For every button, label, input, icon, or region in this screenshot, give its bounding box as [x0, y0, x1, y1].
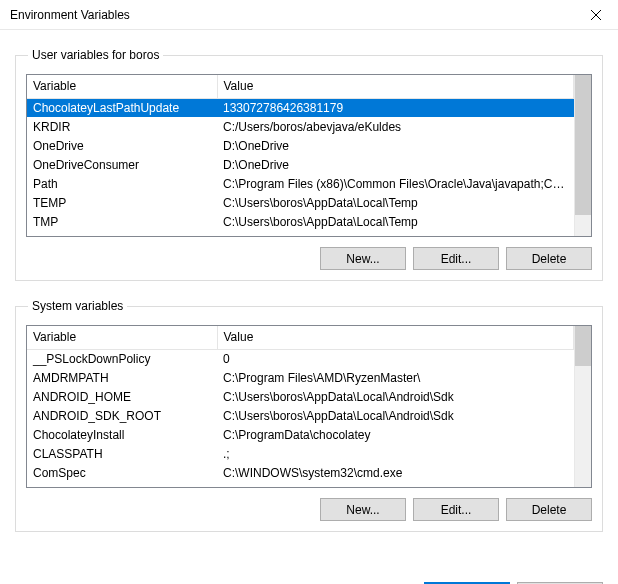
user-variables-legend: User variables for boros [28, 48, 163, 62]
system-col-value[interactable]: Value [217, 326, 574, 349]
system-col-variable[interactable]: Variable [27, 326, 217, 349]
table-row[interactable]: PathC:\Program Files (x86)\Common Files\… [27, 174, 574, 193]
system-scrollbar[interactable] [574, 326, 591, 487]
table-row[interactable]: ChocolateyLastPathUpdate1330727864263811… [27, 98, 574, 117]
system-edit-button[interactable]: Edit... [413, 498, 499, 521]
cell-value: C:\Program Files\AMD\RyzenMaster\ [217, 368, 574, 387]
table-row[interactable]: AMDRMPATHC:\Program Files\AMD\RyzenMaste… [27, 368, 574, 387]
user-delete-button[interactable]: Delete [506, 247, 592, 270]
user-col-value[interactable]: Value [217, 75, 574, 98]
table-row[interactable]: CLASSPATH.; [27, 444, 574, 463]
cell-value: C:\Users\boros\AppData\Local\Android\Sdk [217, 387, 574, 406]
user-edit-button[interactable]: Edit... [413, 247, 499, 270]
cell-variable: KRDIR [27, 117, 217, 136]
table-row[interactable]: TEMPC:\Users\boros\AppData\Local\Temp [27, 193, 574, 212]
cell-value: 0 [217, 349, 574, 368]
title-bar: Environment Variables [0, 0, 618, 30]
table-row[interactable]: ANDROID_HOMEC:\Users\boros\AppData\Local… [27, 387, 574, 406]
system-new-button[interactable]: New... [320, 498, 406, 521]
cell-value: C:\WINDOWS\system32\cmd.exe [217, 463, 574, 482]
cell-value: D:\OneDrive [217, 155, 574, 174]
cell-variable: OneDrive [27, 136, 217, 155]
cell-value: 133072786426381179 [217, 98, 574, 117]
table-row[interactable]: ANDROID_SDK_ROOTC:\Users\boros\AppData\L… [27, 406, 574, 425]
system-variables-table[interactable]: Variable Value __PSLockDownPolicy0AMDRMP… [27, 326, 574, 482]
cell-variable: ChocolateyInstall [27, 425, 217, 444]
cell-variable: TMP [27, 212, 217, 231]
cell-variable: Path [27, 174, 217, 193]
cell-variable: ComSpec [27, 463, 217, 482]
cell-value: .; [217, 444, 574, 463]
cell-value: C:\Users\boros\AppData\Local\Android\Sdk [217, 406, 574, 425]
user-scrollbar-thumb[interactable] [575, 75, 591, 215]
table-row[interactable]: ComSpecC:\WINDOWS\system32\cmd.exe [27, 463, 574, 482]
table-row[interactable]: OneDriveD:\OneDrive [27, 136, 574, 155]
cell-variable: OneDriveConsumer [27, 155, 217, 174]
cell-variable: TEMP [27, 193, 217, 212]
user-col-variable[interactable]: Variable [27, 75, 217, 98]
user-variables-table-wrap: Variable Value ChocolateyLastPathUpdate1… [26, 74, 592, 237]
cell-variable: AMDRMPATH [27, 368, 217, 387]
close-button[interactable] [573, 0, 618, 30]
cell-value: C:\Users\boros\AppData\Local\Temp [217, 212, 574, 231]
cell-variable: __PSLockDownPolicy [27, 349, 217, 368]
system-variables-legend: System variables [28, 299, 127, 313]
cell-value: C:/Users/boros/abevjava/eKuldes [217, 117, 574, 136]
table-row[interactable]: __PSLockDownPolicy0 [27, 349, 574, 368]
cell-variable: ANDROID_SDK_ROOT [27, 406, 217, 425]
system-variables-group: System variables Variable Value __PSLock… [15, 299, 603, 532]
window-title: Environment Variables [10, 8, 130, 22]
system-scrollbar-thumb[interactable] [575, 326, 591, 366]
user-variables-group: User variables for boros Variable Value … [15, 48, 603, 281]
cell-value: C:\Users\boros\AppData\Local\Temp [217, 193, 574, 212]
user-scrollbar[interactable] [574, 75, 591, 236]
cell-variable: ChocolateyLastPathUpdate [27, 98, 217, 117]
table-row[interactable]: ChocolateyInstallC:\ProgramData\chocolat… [27, 425, 574, 444]
cell-variable: CLASSPATH [27, 444, 217, 463]
system-variables-table-wrap: Variable Value __PSLockDownPolicy0AMDRMP… [26, 325, 592, 488]
table-row[interactable]: OneDriveConsumerD:\OneDrive [27, 155, 574, 174]
cell-value: C:\ProgramData\chocolatey [217, 425, 574, 444]
close-icon [591, 10, 601, 20]
cell-value: D:\OneDrive [217, 136, 574, 155]
table-row[interactable]: KRDIRC:/Users/boros/abevjava/eKuldes [27, 117, 574, 136]
system-delete-button[interactable]: Delete [506, 498, 592, 521]
cell-variable: ANDROID_HOME [27, 387, 217, 406]
cell-value: C:\Program Files (x86)\Common Files\Orac… [217, 174, 574, 193]
user-variables-table[interactable]: Variable Value ChocolateyLastPathUpdate1… [27, 75, 574, 231]
table-row[interactable]: TMPC:\Users\boros\AppData\Local\Temp [27, 212, 574, 231]
user-new-button[interactable]: New... [320, 247, 406, 270]
